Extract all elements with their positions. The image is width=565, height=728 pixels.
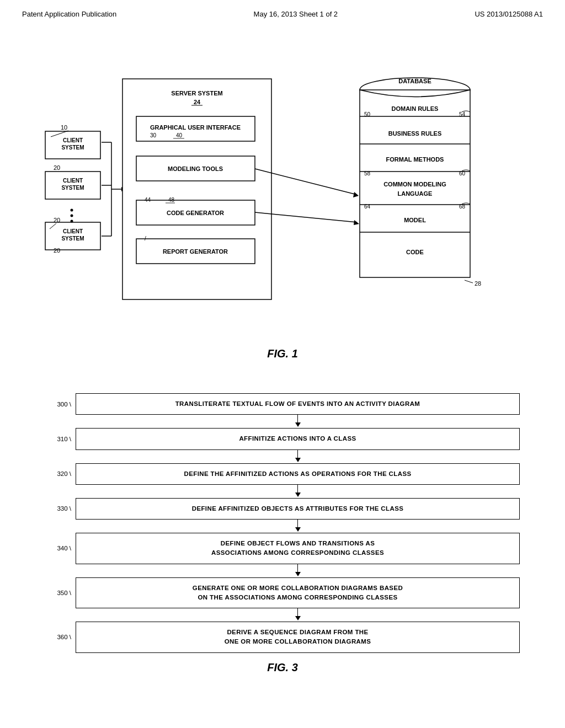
header-right: US 2013/0125088 A1: [475, 10, 543, 18]
svg-text:SYSTEM: SYSTEM: [61, 185, 84, 191]
svg-text:CODE: CODE: [406, 249, 424, 255]
content-area: CLIENT SYSTEM CLIENT SYSTEM CLIENT SYSTE…: [0, 24, 565, 690]
step-number: 300 \: [45, 401, 76, 408]
svg-text:60: 60: [459, 170, 466, 176]
patent-header: Patent Application Publication May 16, 2…: [0, 0, 565, 24]
svg-rect-26: [136, 200, 255, 225]
flow-arrow: [76, 520, 520, 533]
svg-text:MODELING TOOLS: MODELING TOOLS: [168, 165, 223, 172]
svg-text:SERVER SYSTEM: SERVER SYSTEM: [171, 90, 222, 97]
svg-text:FORMAL METHODS: FORMAL METHODS: [386, 156, 444, 163]
svg-rect-3: [45, 172, 100, 199]
svg-rect-28: [136, 239, 255, 264]
svg-text:COMMON MODELING: COMMON MODELING: [383, 181, 446, 188]
fig3-diagram: 300 \TRANSLITERATE TEXTUAL FLOW OF EVENT…: [45, 393, 520, 674]
svg-rect-22: [136, 116, 255, 141]
flow-step: 360 \DERIVE A SEQUENCE DIAGRAM FROM THE …: [45, 622, 520, 653]
flow-step: 310 \AFFINITIZE ACTIONS INTO A CLASS: [45, 428, 520, 449]
svg-text:REPORT GENERATOR: REPORT GENERATOR: [163, 248, 228, 255]
svg-text:28: 28: [475, 280, 481, 287]
svg-line-63: [51, 131, 68, 137]
step-number: 320 \: [45, 470, 76, 477]
step-box: DEFINE THE AFFINITIZED ACTIONS AS OPERAT…: [76, 463, 520, 485]
svg-text:CLIENT: CLIENT: [63, 178, 83, 184]
svg-point-9: [71, 209, 73, 212]
step-number: 310 \: [45, 436, 76, 442]
svg-text:50: 50: [364, 111, 371, 117]
fig1-diagram: CLIENT SYSTEM CLIENT SYSTEM CLIENT SYSTE…: [34, 35, 531, 344]
svg-text:20: 20: [54, 217, 60, 223]
svg-text:44: 44: [145, 197, 151, 203]
flow-step: 350 \GENERATE ONE OR MORE COLLABORATION …: [45, 577, 520, 609]
svg-rect-24: [136, 156, 255, 181]
svg-text:58: 58: [364, 170, 371, 176]
step-box: DEFINE OBJECT FLOWS AND TRANSITIONS AS A…: [76, 533, 520, 564]
svg-line-66: [50, 223, 56, 229]
step-box: AFFINITIZE ACTIONS INTO A CLASS: [76, 428, 520, 449]
svg-text:LANGUAGE: LANGUAGE: [398, 190, 433, 197]
step-number: 350 \: [45, 590, 76, 596]
svg-text:SYSTEM: SYSTEM: [61, 235, 84, 242]
step-box: DEFINE AFFINITIZED OBJECTS AS ATTRIBUTES…: [76, 498, 520, 520]
svg-text:20: 20: [54, 164, 60, 171]
svg-text:/: /: [145, 235, 146, 242]
svg-rect-18: [122, 79, 271, 299]
svg-rect-0: [45, 131, 100, 159]
svg-marker-59: [353, 192, 359, 197]
svg-text:DOMAIN RULES: DOMAIN RULES: [392, 105, 439, 112]
flow-step: 340 \DEFINE OBJECT FLOWS AND TRANSITIONS…: [45, 533, 520, 564]
svg-point-11: [71, 220, 73, 223]
step-number: 360 \: [45, 634, 76, 640]
svg-text:BUSINESS RULES: BUSINESS RULES: [388, 130, 442, 137]
svg-text:DATABASE: DATABASE: [398, 78, 431, 84]
svg-text:68: 68: [459, 204, 466, 210]
step-box: GENERATE ONE OR MORE COLLABORATION DIAGR…: [76, 577, 520, 609]
svg-text:CODE GENERATOR: CODE GENERATOR: [167, 210, 224, 216]
svg-rect-6: [45, 222, 100, 250]
header-left: Patent Application Publication: [22, 10, 116, 18]
svg-text:CLIENT: CLIENT: [63, 228, 83, 234]
header-center: May 16, 2013 Sheet 1 of 2: [254, 10, 338, 18]
flow-step: 330 \DEFINE AFFINITIZED OBJECTS AS ATTRI…: [45, 498, 520, 520]
svg-text:30: 30: [150, 132, 157, 138]
step-number: 330 \: [45, 505, 76, 512]
svg-text:40: 40: [176, 132, 183, 138]
svg-text:10: 10: [61, 124, 67, 131]
flow-arrow: [76, 608, 520, 622]
svg-line-69: [465, 280, 473, 283]
flow-arrow: [76, 450, 520, 463]
step-box: TRANSLITERATE TEXTUAL FLOW OF EVENTS INT…: [76, 393, 520, 415]
flow-step: 300 \TRANSLITERATE TEXTUAL FLOW OF EVENT…: [45, 393, 520, 415]
fig1-label: FIG. 1: [267, 347, 298, 360]
flow-step: 320 \DEFINE THE AFFINITIZED ACTIONS AS O…: [45, 463, 520, 485]
svg-text:54: 54: [459, 111, 466, 117]
svg-line-60: [255, 212, 357, 222]
svg-text:20: 20: [54, 247, 60, 254]
svg-line-58: [255, 169, 357, 195]
svg-text:GRAPHICAL USER INTERFACE: GRAPHICAL USER INTERFACE: [150, 124, 241, 131]
svg-rect-38: [360, 90, 470, 277]
step-box: DERIVE A SEQUENCE DIAGRAM FROM THE ONE O…: [76, 622, 520, 653]
svg-text:SYSTEM: SYSTEM: [61, 144, 84, 151]
svg-text:MODEL: MODEL: [404, 217, 426, 223]
svg-marker-17: [121, 187, 126, 191]
flow-arrow: [76, 415, 520, 428]
svg-marker-61: [354, 220, 359, 225]
svg-point-37: [360, 78, 470, 102]
flow-arrow: [76, 564, 520, 577]
svg-text:64: 64: [364, 204, 371, 210]
svg-text:CLIENT: CLIENT: [63, 137, 83, 143]
flow-arrow: [76, 485, 520, 498]
step-number: 340 \: [45, 545, 76, 552]
svg-point-10: [71, 215, 73, 217]
svg-text:48: 48: [168, 197, 175, 203]
svg-text:24: 24: [194, 99, 201, 105]
fig3-label: FIG. 3: [45, 661, 520, 674]
